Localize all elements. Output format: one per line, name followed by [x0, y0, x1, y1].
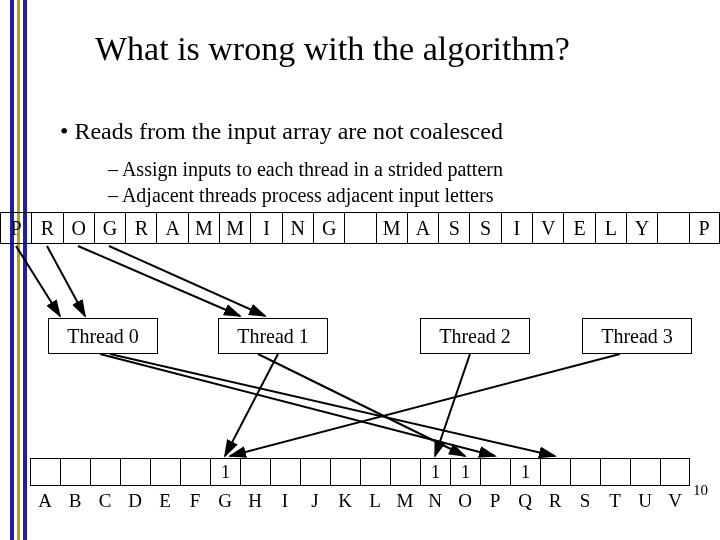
input-cell: E — [563, 212, 594, 244]
output-label: D — [120, 490, 150, 512]
output-cell — [600, 458, 630, 486]
input-cell: R — [31, 212, 62, 244]
svg-line-8 — [435, 354, 470, 456]
svg-line-1 — [47, 246, 85, 316]
input-cell: M — [219, 212, 250, 244]
svg-line-9 — [230, 354, 620, 456]
output-label: V — [660, 490, 690, 512]
output-label: I — [270, 490, 300, 512]
output-cell — [540, 458, 570, 486]
output-label: U — [630, 490, 660, 512]
output-label: P — [480, 490, 510, 512]
input-cell: N — [282, 212, 313, 244]
input-cell: P — [0, 212, 31, 244]
thread-box-1: Thread 1 — [218, 318, 328, 354]
input-cell: V — [532, 212, 563, 244]
output-cell — [630, 458, 660, 486]
output-cell — [270, 458, 300, 486]
output-cell — [360, 458, 390, 486]
bullet-main: Reads from the input array are not coale… — [60, 118, 503, 145]
input-cell: R — [125, 212, 156, 244]
bullet-sub-2: Adjacent threads process adjacent input … — [108, 184, 493, 207]
input-cell: S — [438, 212, 469, 244]
input-letter-row: PROGRAMMINGMASSIVELYP — [0, 212, 720, 244]
output-label: K — [330, 490, 360, 512]
output-cell — [30, 458, 60, 486]
output-label: H — [240, 490, 270, 512]
output-row: 1111 — [30, 458, 690, 486]
output-cell: 1 — [210, 458, 240, 486]
svg-line-7 — [225, 354, 278, 456]
output-cell — [570, 458, 600, 486]
input-cell: A — [156, 212, 187, 244]
output-label: N — [420, 490, 450, 512]
output-cell: 1 — [510, 458, 540, 486]
svg-line-6 — [258, 354, 465, 456]
output-label: G — [210, 490, 240, 512]
output-cell — [240, 458, 270, 486]
output-cell — [150, 458, 180, 486]
svg-line-4 — [100, 354, 495, 456]
output-label: O — [450, 490, 480, 512]
input-cell: A — [407, 212, 438, 244]
input-cell — [344, 212, 375, 244]
input-cell: O — [63, 212, 94, 244]
output-label: L — [360, 490, 390, 512]
output-label: F — [180, 490, 210, 512]
thread-box-0: Thread 0 — [48, 318, 158, 354]
output-cell — [660, 458, 690, 486]
output-cell — [330, 458, 360, 486]
output-label: C — [90, 490, 120, 512]
input-cell: I — [250, 212, 281, 244]
output-labels: ABCDEFGHIJKLMNOPQRSTUV — [30, 490, 690, 512]
svg-line-5 — [110, 354, 555, 456]
output-cell — [60, 458, 90, 486]
slide-accent-bar — [10, 0, 29, 540]
input-cell: L — [595, 212, 626, 244]
input-cell: G — [94, 212, 125, 244]
output-cell — [390, 458, 420, 486]
input-cell: Y — [626, 212, 657, 244]
output-cell: 1 — [450, 458, 480, 486]
output-cell — [90, 458, 120, 486]
output-label: E — [150, 490, 180, 512]
thread-box-3: Thread 3 — [582, 318, 692, 354]
input-cell: S — [469, 212, 500, 244]
output-label: T — [600, 490, 630, 512]
input-cell: P — [689, 212, 720, 244]
bullet-sub-1: Assign inputs to each thread in a stride… — [108, 158, 503, 181]
input-cell: G — [313, 212, 344, 244]
output-label: R — [540, 490, 570, 512]
output-label: S — [570, 490, 600, 512]
input-cell — [657, 212, 688, 244]
output-label: B — [60, 490, 90, 512]
svg-line-2 — [78, 246, 240, 316]
output-cell: 1 — [420, 458, 450, 486]
svg-line-3 — [109, 246, 265, 316]
output-label: M — [390, 490, 420, 512]
input-cell: M — [188, 212, 219, 244]
thread-box-2: Thread 2 — [420, 318, 530, 354]
output-cell — [120, 458, 150, 486]
slide-title: What is wrong with the algorithm? — [95, 30, 570, 68]
output-cell — [180, 458, 210, 486]
input-cell: M — [376, 212, 407, 244]
input-cell: I — [501, 212, 532, 244]
output-cell — [480, 458, 510, 486]
output-label: A — [30, 490, 60, 512]
output-label: Q — [510, 490, 540, 512]
output-label: J — [300, 490, 330, 512]
page-number: 10 — [693, 482, 708, 499]
output-cell — [300, 458, 330, 486]
